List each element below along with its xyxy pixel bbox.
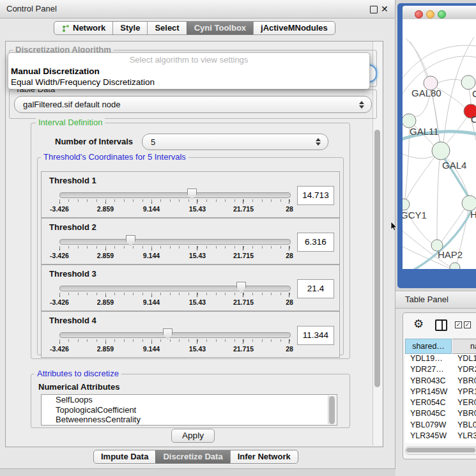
- cell[interactable]: YDL19…: [405, 354, 452, 365]
- tab-jactivemnodules[interactable]: jActiveMNodules: [253, 22, 335, 35]
- thresholds-group-title: Threshold's Coordinates for 5 Intervals: [41, 153, 188, 162]
- cell[interactable]: YIL053C: [405, 442, 452, 443]
- tab-network[interactable]: Network: [54, 22, 112, 35]
- table-row[interactable]: YBL079WYBL0: [405, 420, 476, 431]
- table-row[interactable]: YBR045CYBR0: [405, 409, 476, 420]
- column-header-name[interactable]: na: [452, 339, 476, 354]
- tick-label: 9.144: [143, 345, 160, 353]
- table-row[interactable]: YIL053CYIL0: [405, 442, 476, 443]
- checkbox-icon[interactable]: ✓: [464, 321, 471, 328]
- tick-label: 9.144: [143, 298, 160, 306]
- checkbox-icon[interactable]: ✓: [455, 321, 462, 328]
- tick-label: 21.715: [233, 345, 254, 353]
- tab-select[interactable]: Select: [147, 22, 186, 35]
- cell[interactable]: YDL1: [452, 354, 476, 365]
- list-item[interactable]: SelfLoops: [42, 395, 337, 405]
- threshold-4-slider-track[interactable]: [59, 332, 291, 338]
- tab-cyni-toolbox[interactable]: Cyni Toolbox: [187, 22, 253, 35]
- network-node[interactable]: [450, 263, 460, 269]
- threshold-3-slider-track[interactable]: [59, 286, 291, 291]
- slider-minor-ticks: [59, 339, 290, 342]
- node-table-card: ⚙ ✓ ✓ shared… na YDL19…YDL1 YDR27…YDR2 Y…: [403, 312, 476, 459]
- cell[interactable]: YPR1: [452, 387, 476, 398]
- table-row[interactable]: YPR145WYPR1: [405, 387, 476, 398]
- table-row[interactable]: YBR043CYBR0: [405, 376, 476, 387]
- network-graph: GAL80 GA C GAL11 GAL4 GCY1 H HAP2: [403, 19, 476, 269]
- apply-button[interactable]: Apply: [171, 429, 215, 443]
- node-label-gal80: GAL80: [411, 88, 441, 98]
- cell[interactable]: YER0: [452, 398, 476, 409]
- float-window-icon[interactable]: [370, 6, 378, 13]
- cell[interactable]: YIL0: [452, 442, 474, 443]
- popup-item-equal-width-frequency[interactable]: Equal Width/Frequency Discretization: [11, 77, 155, 87]
- network-window-titlebar[interactable]: [403, 6, 476, 20]
- threshold-1-value-field[interactable]: 14.713: [297, 186, 334, 205]
- tick-label: 28: [286, 252, 293, 259]
- network-node-gcy1[interactable]: [403, 199, 410, 210]
- cell[interactable]: YBR0: [452, 409, 476, 420]
- close-icon[interactable]: ✕: [381, 3, 388, 15]
- list-item[interactable]: BetweennessCentrality: [42, 415, 337, 425]
- zoom-traffic-light-icon[interactable]: [438, 10, 446, 19]
- threshold-1-slider-track[interactable]: [59, 192, 291, 198]
- threshold-2-value-field[interactable]: 6.316: [297, 233, 334, 252]
- threshold-3-label: Threshold 3: [49, 269, 96, 279]
- popup-item-manual-discretization[interactable]: Manual Discretization: [11, 66, 100, 76]
- gear-icon[interactable]: ⚙: [413, 317, 424, 330]
- threshold-3-value-field[interactable]: 21.4: [297, 279, 334, 298]
- tab-impute-data-label: Impute Data: [101, 450, 148, 463]
- cell[interactable]: YPR145W: [405, 387, 452, 398]
- table-data-combobox-value: galFiltered.sif default node: [15, 100, 356, 109]
- tab-infer-network[interactable]: Infer Network: [230, 450, 298, 463]
- network-node-gal4[interactable]: [432, 142, 450, 160]
- cell[interactable]: YLR3: [452, 431, 476, 442]
- table-horizontal-scrollbar[interactable]: [405, 447, 476, 455]
- tab-style-label: Style: [120, 22, 140, 35]
- numerical-attributes-list[interactable]: SelfLoops TopologicalCoefficient Between…: [41, 394, 337, 426]
- popup-prompt-item: Select algorithm to view settings: [8, 55, 369, 65]
- number-of-intervals-combobox[interactable]: 5: [142, 134, 328, 150]
- table-row[interactable]: YDL19…YDL1: [405, 354, 476, 365]
- table-data-combobox[interactable]: galFiltered.sif default node: [14, 96, 372, 113]
- tab-discretize-data-label: Discretize Data: [163, 450, 222, 463]
- cell[interactable]: YLR345W: [405, 431, 452, 442]
- window-title: Control Panel: [6, 0, 57, 18]
- cell[interactable]: YBL0: [452, 420, 476, 431]
- threshold-2-slider-track[interactable]: [59, 239, 291, 245]
- node-label-partial: C: [471, 114, 476, 125]
- cell[interactable]: YBR045C: [405, 409, 452, 420]
- cell[interactable]: YDR27…: [405, 365, 452, 376]
- network-view-window[interactable]: GAL80 GA C GAL11 GAL4 GCY1 H HAP2: [397, 3, 476, 288]
- list-scrollbar-thumb[interactable]: [329, 396, 335, 424]
- minimize-traffic-light-icon[interactable]: [426, 10, 434, 19]
- threshold-4-value-field[interactable]: 11.344: [297, 326, 334, 345]
- node-label-gal11: GAL11: [410, 126, 439, 137]
- table-panel-titlebar[interactable]: Table Panel: [395, 291, 476, 309]
- cell[interactable]: YBR0: [452, 376, 476, 387]
- threshold-2-box: Threshold 2 -3.426 2.859 9.144 15.43 21.…: [41, 218, 340, 265]
- control-panel-titlebar[interactable]: Control Panel ✕: [0, 0, 395, 19]
- tab-impute-data[interactable]: Impute Data: [94, 450, 155, 463]
- column-header-shared-name[interactable]: shared…: [405, 339, 452, 354]
- table-hscrollbar-thumb[interactable]: [406, 448, 475, 452]
- cell[interactable]: YER054C: [405, 398, 452, 409]
- network-node[interactable]: [461, 75, 475, 89]
- tab-discretize-data[interactable]: Discretize Data: [155, 450, 229, 463]
- threshold-4-label: Threshold 4: [49, 316, 96, 325]
- close-traffic-light-icon[interactable]: [415, 10, 423, 19]
- table-row[interactable]: YDR27…YDR2: [405, 365, 476, 376]
- split-view-icon[interactable]: [435, 319, 447, 331]
- list-item[interactable]: TopologicalCoefficient: [42, 405, 337, 415]
- cell[interactable]: YDR2: [452, 365, 476, 376]
- attributes-group-title: Attributes to discretize: [35, 369, 121, 378]
- table-row[interactable]: YER054CYER0: [405, 398, 476, 409]
- cell[interactable]: YBR043C: [405, 376, 452, 387]
- scrollbar-thumb[interactable]: [374, 130, 380, 387]
- cell[interactable]: YBL079W: [405, 420, 452, 431]
- table-row[interactable]: YLR345WYLR3: [405, 431, 476, 442]
- threshold-1-label: Threshold 1: [49, 176, 96, 185]
- tick-label: 21.715: [233, 252, 254, 259]
- tab-style[interactable]: Style: [112, 22, 147, 35]
- network-canvas[interactable]: GAL80 GA C GAL11 GAL4 GCY1 H HAP2: [403, 19, 476, 269]
- list-scrollbar[interactable]: [328, 395, 336, 424]
